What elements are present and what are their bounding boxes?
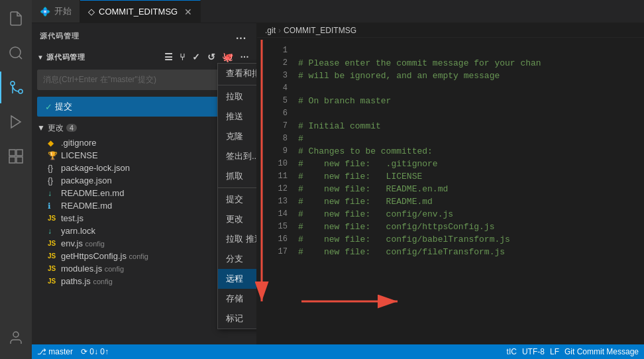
code-line-13: 13 # new file: README.md xyxy=(257,195,644,208)
menu-item-stash[interactable]: 存储 ▶ xyxy=(218,289,257,309)
menu-item-push[interactable]: 推送 xyxy=(218,107,257,127)
file-icon-readme-en: ↓ xyxy=(48,189,58,198)
changes-label: ▼ 更改 4 xyxy=(37,123,217,134)
sidebar-more-button[interactable]: ... xyxy=(234,28,248,43)
scm-sort-icon[interactable]: ☰ xyxy=(162,51,176,63)
scm-overflow-icon[interactable]: ··· xyxy=(239,51,251,63)
menu-item-remote[interactable]: 远程 ▶ xyxy=(218,269,257,289)
file-icon-env: JS xyxy=(48,240,58,247)
file-name-package: package.json xyxy=(61,176,243,185)
menu-item-changes[interactable]: 更改 ▶ xyxy=(218,209,257,229)
menu-item-branch[interactable]: 分支 ▶ xyxy=(218,249,257,269)
code-text-14: # new file: config/env.js xyxy=(298,208,453,221)
tab-commit-label: COMMIT_EDITMSG xyxy=(99,7,178,17)
account-icon[interactable] xyxy=(0,322,32,354)
menu-item-commit[interactable]: 提交 ▶ xyxy=(218,189,257,209)
files-icon[interactable] xyxy=(0,3,32,34)
sidebar-header: 源代码管理 ... xyxy=(32,23,256,48)
code-text-16: # new file: config/babelTransform.js xyxy=(298,233,510,246)
menu-item-clone[interactable]: 克隆 xyxy=(218,127,257,146)
menu-clone-label: 克隆 xyxy=(226,130,243,142)
svg-line-1 xyxy=(19,56,22,59)
start-tab-icon: 💠 xyxy=(40,7,50,17)
tab-start[interactable]: 💠 开始 xyxy=(32,0,80,23)
status-branch[interactable]: ⎇ master xyxy=(37,347,73,356)
menu-pull-push-label: 拉取 推送 xyxy=(226,233,257,245)
status-tic[interactable]: tIC xyxy=(507,347,517,356)
line-num-9: 9 xyxy=(264,145,288,158)
editor-area: .git › COMMIT_EDITMSG 1 2 # Please enter… xyxy=(257,23,644,344)
extensions-icon[interactable] xyxy=(0,140,32,172)
line-num-4: 4 xyxy=(264,82,288,95)
scm-branch-icon[interactable]: ⑂ xyxy=(178,51,188,63)
menu-push-label: 推送 xyxy=(226,111,243,123)
file-name-gitignore: .gitignore xyxy=(61,138,243,148)
file-icon-gitignore: ◆ xyxy=(48,138,58,148)
svg-point-2 xyxy=(19,89,23,93)
scm-github-icon[interactable]: 🐙 xyxy=(220,51,236,63)
code-text-12: # new file: README.en.md xyxy=(298,183,448,195)
code-text-11: # new file: LICENSE xyxy=(298,170,422,183)
menu-item-pull[interactable]: 拉取 xyxy=(218,87,257,107)
file-icon-package: {} xyxy=(48,176,58,185)
run-icon[interactable] xyxy=(0,106,32,138)
sidebar: 源代码管理 ... ▼ 源代码管理 ☰ ⑂ ✓ ↺ 🐙 ··· 消息(Ctrl+… xyxy=(32,23,257,344)
code-text-5: # On branch master xyxy=(298,95,391,107)
menu-changes-label: 更改 xyxy=(226,213,243,225)
menu-item-view-sort[interactable]: 查看和排序 ▶ xyxy=(218,64,257,83)
content-area: 源代码管理 ... ▼ 源代码管理 ☰ ⑂ ✓ ↺ 🐙 ··· 消息(Ctrl+… xyxy=(32,23,644,344)
code-text-8: # xyxy=(298,132,303,145)
code-line-7: 7 # Initial commit xyxy=(257,120,644,132)
code-line-2: 2 # Please enter the commit message for … xyxy=(257,57,644,70)
menu-item-tags[interactable]: 标记 xyxy=(218,309,257,329)
status-sync[interactable]: ⟳ 0↓ 0↑ xyxy=(81,347,109,356)
status-language[interactable]: Git Commit Message xyxy=(564,347,639,356)
sidebar-title: 源代码管理 xyxy=(40,31,79,41)
menu-commit-label: 提交 xyxy=(226,193,243,205)
code-text-13: # new file: README.md xyxy=(298,195,433,208)
tab-close-button[interactable]: ✕ xyxy=(184,7,192,17)
tab-start-label: 开始 xyxy=(54,5,72,17)
changes-text: 更改 xyxy=(48,123,64,134)
editor-content: 1 2 # Please enter the commit message fo… xyxy=(257,38,644,344)
scm-icon[interactable] xyxy=(0,72,32,103)
scm-refresh-icon[interactable]: ↺ xyxy=(205,51,218,63)
menu-item-checkout[interactable]: 签出到... xyxy=(218,146,257,166)
breadcrumb-sep: › xyxy=(278,26,281,35)
line-num-1: 1 xyxy=(264,44,288,57)
tab-bar: 💠 开始 ◇ COMMIT_EDITMSG ✕ xyxy=(32,0,644,23)
code-line-5: 5 # On branch master xyxy=(257,95,644,107)
scm-check-icon[interactable]: ✓ xyxy=(190,51,203,63)
file-name-package-lock: package-lock.json xyxy=(61,163,243,173)
file-icon-yarn: ↓ xyxy=(48,227,58,236)
code-line-3: 3 # will be ignored, and an empty messag… xyxy=(257,70,644,82)
file-name-readme: README.md xyxy=(61,201,243,211)
file-icon-modules: JS xyxy=(48,265,58,272)
code-line-6: 6 xyxy=(257,107,644,120)
file-icon-package-lock: {} xyxy=(48,164,58,173)
scm-chevron-icon: ▼ xyxy=(37,54,44,61)
status-line-ending[interactable]: LF xyxy=(550,347,559,356)
svg-rect-7 xyxy=(9,157,15,163)
svg-point-0 xyxy=(10,47,21,58)
code-text-10: # new file: .gitignore xyxy=(298,158,438,170)
code-line-1: 1 xyxy=(257,44,644,57)
code-line-4: 4 xyxy=(257,82,644,95)
menu-item-fetch[interactable]: 抓取 xyxy=(218,166,257,186)
status-encoding[interactable]: UTF-8 xyxy=(522,347,545,356)
changes-count: 4 xyxy=(66,124,77,132)
code-text-9: # Changes to be committed: xyxy=(298,145,433,158)
code-line-17: 17 # new file: config/fileTransform.js xyxy=(257,246,644,258)
code-line-12: 12 # new file: README.en.md xyxy=(257,183,644,195)
tab-commit-editmsg[interactable]: ◇ COMMIT_EDITMSG ✕ xyxy=(80,0,201,23)
menu-item-pull-push[interactable]: 拉取 推送 ▶ xyxy=(218,229,257,249)
svg-rect-5 xyxy=(9,150,15,156)
file-icon-gethttps: JS xyxy=(48,252,58,260)
menu-checkout-label: 签出到... xyxy=(226,150,257,162)
svg-rect-8 xyxy=(17,157,23,163)
file-icon-license: 🏆 xyxy=(48,151,58,160)
search-icon[interactable] xyxy=(0,37,32,69)
breadcrumb-file: COMMIT_EDITMSG xyxy=(284,26,356,35)
code-line-10: 10 # new file: .gitignore xyxy=(257,158,644,170)
svg-point-3 xyxy=(11,81,15,85)
